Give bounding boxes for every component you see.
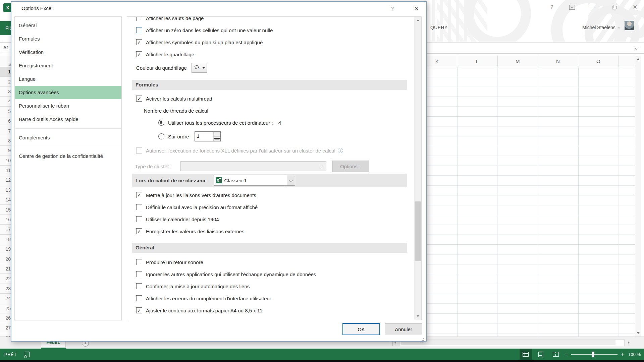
checkbox[interactable]: ✓ <box>136 51 142 57</box>
sheet-scroll-right-icon[interactable] <box>628 341 630 344</box>
page-layout-view-button[interactable] <box>535 349 547 360</box>
option-label: Afficher les erreurs du complément d'int… <box>146 296 271 301</box>
checkbox[interactable] <box>136 216 142 222</box>
user-account[interactable]: Michel Staelens <box>582 25 620 30</box>
option-checkbox-row[interactable]: ✓Activer les calculs multithread <box>127 93 414 105</box>
option-checkbox-row[interactable]: Afficher un zéro dans les cellules qui o… <box>127 24 414 36</box>
minimize-icon[interactable]: — <box>586 2 598 11</box>
zoom-slider[interactable] <box>571 354 618 355</box>
radio-button[interactable] <box>158 120 164 126</box>
checkbox[interactable] <box>136 283 142 289</box>
sidebar-item[interactable]: Personnaliser le ruban <box>15 99 121 113</box>
normal-view-icon <box>523 352 529 357</box>
macro-record-icon[interactable] <box>25 352 30 357</box>
option-checkbox-row[interactable]: ✓Mettre à jour les liaisons vers d'autre… <box>127 189 414 201</box>
checkbox[interactable]: ✓ <box>136 96 142 102</box>
option-checkbox-row[interactable]: ✓Ajuster le contenu aux formats papier A… <box>127 304 414 316</box>
vertical-scrollbar[interactable] <box>635 56 641 337</box>
zoom-in-icon[interactable]: + <box>621 351 624 358</box>
option-checkbox-row[interactable]: ✓Enregistrer les valeurs des liaisons ex… <box>127 225 414 237</box>
checkbox[interactable]: ✓ <box>136 307 142 313</box>
info-icon[interactable]: i <box>338 148 343 153</box>
formula-bar[interactable] <box>417 42 644 54</box>
help-icon[interactable]: ? <box>546 3 557 12</box>
column-header[interactable]: M <box>498 56 538 67</box>
zoom-slider-thumb[interactable] <box>592 352 594 357</box>
option-radio-row[interactable]: Utiliser tous les processeurs de cet ord… <box>127 117 414 129</box>
zoom-level[interactable]: 100 % <box>628 352 641 357</box>
column-headers[interactable]: KLMNO <box>417 56 635 67</box>
close-icon[interactable]: ✕ <box>629 3 641 12</box>
option-checkbox-row[interactable]: ✓Afficher le quadrillage <box>127 48 414 60</box>
dialog-close-icon[interactable]: ✕ <box>410 4 423 14</box>
sheet-scroll-left-icon[interactable] <box>394 341 396 344</box>
thread-count-spinner[interactable]: 1 <box>195 131 221 141</box>
horizontal-scrollbar-thumb[interactable] <box>401 340 615 345</box>
checkbox[interactable] <box>136 17 142 21</box>
checkbox[interactable] <box>136 27 142 33</box>
checkbox[interactable]: ✓ <box>136 39 142 45</box>
option-checkbox-row[interactable]: Produire un retour sonore <box>127 256 414 268</box>
page-break-view-button[interactable] <box>550 349 562 360</box>
gridline-color-picker[interactable] <box>192 63 207 73</box>
scroll-down-icon[interactable] <box>635 329 641 337</box>
option-checkbox-row[interactable]: Ignorer les autres applications qui util… <box>127 268 414 280</box>
sidebar-item[interactable]: Langue <box>15 72 121 86</box>
checkbox[interactable] <box>136 204 142 210</box>
scroll-up-icon[interactable] <box>635 56 641 63</box>
normal-view-button[interactable] <box>520 349 532 360</box>
spinner-up-icon[interactable] <box>214 132 220 137</box>
avatar[interactable] <box>625 21 634 30</box>
page-break-icon <box>553 352 559 357</box>
option-radio-row[interactable]: Sur ordre1 <box>127 129 414 144</box>
spinner-value[interactable]: 1 <box>195 132 213 141</box>
sidebar-item[interactable]: Compléments <box>15 131 121 144</box>
option-checkbox-row[interactable]: Afficher les erreurs du complément d'int… <box>127 292 414 304</box>
dialog-sidebar: GénéralFormulesVérificationEnregistremen… <box>14 16 122 320</box>
gridline-color-row[interactable]: Couleur du quadrillage <box>127 60 414 75</box>
checkbox[interactable]: ✓ <box>136 228 142 234</box>
sidebar-separator <box>15 147 121 147</box>
option-checkbox-row[interactable]: Autoriser l’exécution de fonctions XLL d… <box>127 144 414 157</box>
ribbon-tab-query[interactable]: QUERY <box>430 25 448 30</box>
option-checkbox-row[interactable]: Confirmer la mise à jour automatique des… <box>127 280 414 292</box>
option-label: Enregistrer les valeurs des liaisons ext… <box>146 229 244 234</box>
formula-bar-expand-icon[interactable] <box>635 46 639 50</box>
resize-grip[interactable] <box>423 338 424 339</box>
cluster-type-row[interactable]: Type de cluster :Options... <box>127 159 414 174</box>
checkbox[interactable] <box>136 271 142 277</box>
combo-dropdown-icon[interactable] <box>287 175 295 186</box>
sidebar-item[interactable]: Enregistrement <box>15 59 121 72</box>
horizontal-scrollbar[interactable] <box>399 339 625 346</box>
checkbox[interactable]: ✓ <box>136 192 142 198</box>
column-header[interactable]: L <box>457 56 497 67</box>
zoom-out-icon[interactable]: − <box>565 351 568 358</box>
dialog-help-icon[interactable]: ? <box>386 4 398 14</box>
cancel-button[interactable]: Annuler <box>385 323 422 335</box>
spinner-down-icon[interactable] <box>214 137 220 141</box>
checkbox[interactable] <box>136 147 142 154</box>
dialog-scrollbar[interactable] <box>414 17 421 320</box>
excel-window: ? — ✕ QUERY Michel Staelens X FICHIER A1… <box>0 0 644 362</box>
sidebar-item[interactable]: Général <box>15 19 121 32</box>
checkbox[interactable] <box>136 295 142 301</box>
column-header[interactable]: N <box>538 56 578 67</box>
dialog-scroll-up-icon[interactable] <box>414 17 421 24</box>
ok-button[interactable]: OK <box>342 323 380 335</box>
option-checkbox-row[interactable]: ✓Afficher les symboles du plan si un pla… <box>127 36 414 48</box>
sidebar-item[interactable]: Options avancées <box>15 86 121 99</box>
checkbox[interactable] <box>136 259 142 265</box>
option-label: Nombre de threads de calcul <box>144 108 208 114</box>
radio-button[interactable] <box>158 133 164 139</box>
dialog-scroll-down-icon[interactable] <box>414 313 421 320</box>
workbook-combo[interactable]: XClasseur1 <box>214 175 287 186</box>
option-checkbox-row[interactable]: Utiliser le calendrier depuis 1904 <box>127 213 414 225</box>
column-header[interactable]: O <box>578 56 619 67</box>
sidebar-item[interactable]: Barre d’outils Accès rapide <box>15 113 121 126</box>
option-checkbox-row[interactable]: Afficher les sauts de page <box>127 17 414 24</box>
sidebar-item[interactable]: Formules <box>15 32 121 46</box>
sidebar-item[interactable]: Vérification <box>15 46 121 59</box>
dialog-scrollbar-thumb[interactable] <box>415 201 421 261</box>
sidebar-item[interactable]: Centre de gestion de la confidentialité <box>15 149 121 163</box>
option-checkbox-row[interactable]: Définir le calcul avec la précision au f… <box>127 201 414 213</box>
